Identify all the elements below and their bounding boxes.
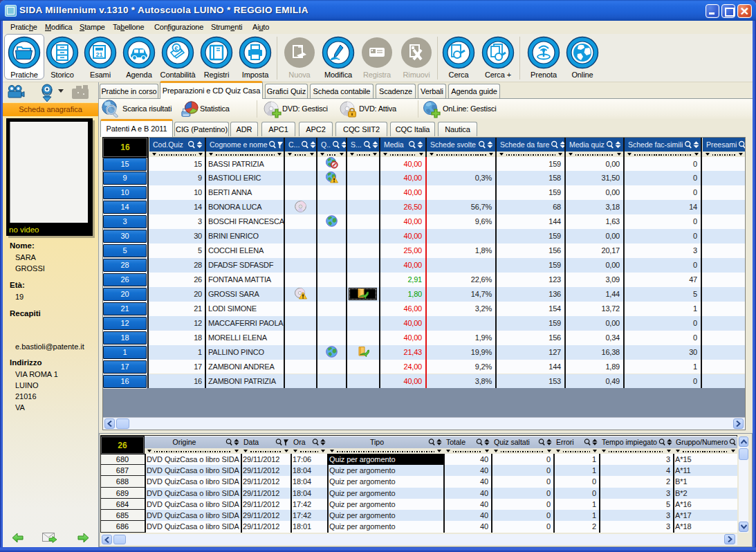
svg-text:€: € bbox=[174, 44, 178, 52]
svg-text:21: 21 bbox=[95, 51, 102, 58]
